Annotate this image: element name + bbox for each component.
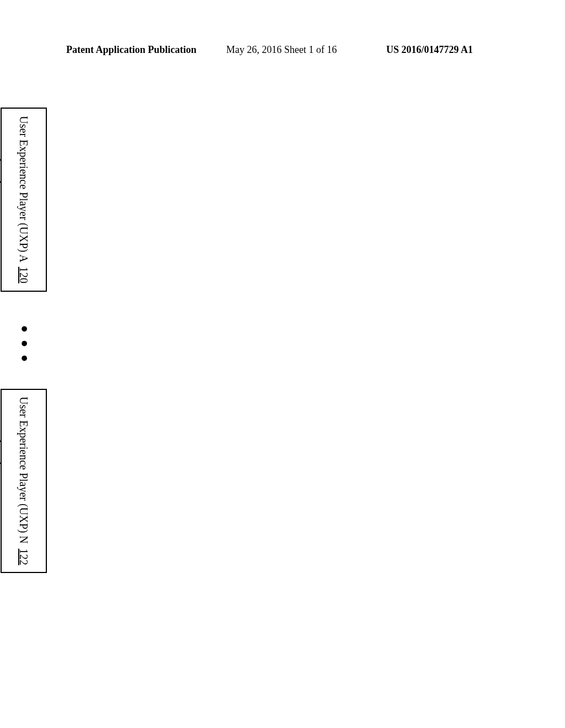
- header-right: US 2016/0147729 A1: [386, 44, 473, 56]
- page: Patent Application Publication May 26, 2…: [0, 0, 565, 728]
- uxp-n-label: User Experience Player (UXP) N 122: [18, 397, 30, 565]
- uxp-n-box: User Experience Player (UXP) N 122: [1, 389, 47, 573]
- header-center: May 26, 2016 Sheet 1 of 16: [226, 44, 337, 56]
- uxp-a-ref: 120: [18, 267, 30, 283]
- uxp-a-box: User Experience Player (UXP) A 120: [1, 108, 47, 292]
- diagram-rotated-container: User Experience Player (UXP) A 120 ••• U…: [0, 105, 50, 507]
- ellipsis-icon: •••: [13, 325, 36, 370]
- header-left: Patent Application Publication: [66, 44, 196, 56]
- diagram: User Experience Player (UXP) A 120 ••• U…: [0, 105, 50, 665]
- uxp-n-ref: 122: [18, 549, 30, 565]
- uxp-a-label: User Experience Player (UXP) A 120: [18, 116, 30, 283]
